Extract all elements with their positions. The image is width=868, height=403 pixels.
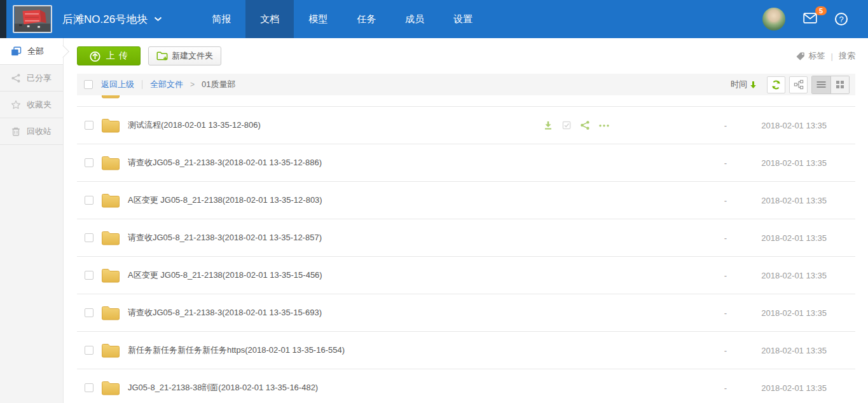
nav-tab-tasks[interactable]: 任务 — [342, 0, 390, 38]
nav-tab-models[interactable]: 模型 — [294, 0, 342, 38]
upload-button[interactable]: 上 传 — [77, 46, 141, 65]
header-right: 5 ? — [762, 8, 848, 31]
breadcrumb-root-link[interactable]: 全部文件 — [150, 79, 183, 90]
row-checkbox[interactable] — [85, 121, 93, 130]
tag-icon — [796, 51, 806, 61]
file-row[interactable]: JG05-8_21-2138-38剖面(2018-02-01 13-35-16-… — [77, 369, 855, 403]
file-date: 2018-02-01 13:35 — [761, 158, 827, 168]
nav-tab-settings[interactable]: 设置 — [439, 0, 487, 38]
file-name[interactable]: 请查收JG05-8_21-2138-3(2018-02-01 13-35-12-… — [128, 232, 322, 243]
file-row[interactable]: 请查收JG05-8_21-2138-3(2018-02-01 13-35-15-… — [77, 294, 855, 332]
sidebar-item-all-files[interactable]: 全部 — [0, 38, 63, 65]
folder-icon — [101, 155, 120, 170]
refresh-button[interactable] — [767, 76, 785, 93]
row-checkbox[interactable] — [85, 308, 93, 317]
file-size: - — [713, 196, 738, 205]
sidebar: 全部 已分享 收藏夹 回收站 — [0, 38, 64, 403]
file-row[interactable]: 新任务新任务新任务新任务https(2018-02-01 13-35-16-55… — [77, 332, 855, 369]
list-view-button[interactable] — [812, 76, 830, 93]
row-checkbox[interactable] — [85, 158, 93, 167]
select-all-checkbox[interactable] — [84, 80, 93, 89]
user-avatar[interactable] — [762, 8, 785, 31]
row-checkbox[interactable] — [85, 271, 93, 280]
sidebar-item-favorites[interactable]: 收藏夹 — [0, 92, 63, 118]
nav-tab-documents[interactable]: 文档 — [245, 0, 294, 38]
breadcrumb-separator: > — [190, 80, 195, 89]
sidebar-item-shared[interactable]: 已分享 — [0, 65, 63, 92]
file-size: - — [713, 158, 738, 168]
approval-icon[interactable] — [561, 120, 572, 130]
header-dark-strip — [0, 0, 6, 38]
upload-icon — [89, 50, 101, 62]
file-name[interactable]: JG05-8_21-2138-38剖面(2018-02-01 13-35-16-… — [128, 382, 318, 393]
file-row[interactable]: 测试流程(2018-02-01 13-35-12-806) — [77, 107, 855, 144]
toolbar-divider: | — [831, 51, 833, 61]
trash-icon — [11, 126, 21, 137]
nav-tab-members[interactable]: 成员 — [390, 0, 439, 38]
sidebar-item-label: 已分享 — [27, 72, 52, 84]
file-name[interactable]: 请查收JG05-8_21-2138-3(2018-02-01 13-35-15-… — [128, 307, 322, 318]
project-logo[interactable] — [13, 5, 52, 33]
folder-icon — [101, 380, 120, 395]
file-name[interactable]: 新任务新任务新任务新任务https(2018-02-01 13-35-16-55… — [128, 345, 345, 356]
sidebar-item-recycle-bin[interactable]: 回收站 — [0, 118, 63, 145]
sort-by-time-button[interactable]: 时间 — [731, 79, 757, 90]
search-button[interactable]: 搜索 — [839, 50, 855, 62]
file-size: - — [713, 121, 738, 130]
folder-icon — [101, 305, 120, 320]
file-row-partial[interactable] — [77, 95, 855, 107]
view-mode-toggle — [811, 76, 850, 94]
file-row[interactable]: A区变更 JG05-8_21-2138(2018-02-01 13-35-15-… — [77, 257, 855, 294]
back-to-parent-link[interactable]: 返回上级 — [101, 79, 134, 90]
sidebar-item-label: 全部 — [27, 46, 44, 57]
sort-label: 时间 — [731, 79, 747, 90]
search-label: 搜索 — [839, 50, 855, 62]
row-checkbox[interactable] — [85, 233, 93, 242]
breadcrumb-bar: 返回上级 全部文件 > 01质量部 时间 — [77, 74, 855, 95]
project-title-dropdown[interactable]: 后滩NO.26号地块 — [62, 12, 162, 27]
toolbar-right: 标签 | 搜索 — [796, 50, 855, 62]
file-row[interactable]: A区变更 JG05-8_21-2138(2018-02-01 13-35-12-… — [77, 182, 855, 219]
sidebar-item-label: 回收站 — [27, 126, 52, 137]
more-actions-icon[interactable] — [598, 120, 610, 130]
row-checkbox[interactable] — [85, 196, 93, 205]
nav-tab-briefing[interactable]: 简报 — [197, 0, 245, 38]
messages-button[interactable]: 5 — [803, 13, 817, 26]
folder-icon — [101, 193, 120, 208]
file-date: 2018-02-01 13:35 — [761, 346, 827, 355]
row-hover-actions — [543, 107, 610, 144]
main-content: 上 传 新建文件夹 标签 | 搜索 返回上级 — [64, 38, 868, 403]
file-date: 2018-02-01 13:35 — [761, 308, 827, 318]
help-button[interactable]: ? — [835, 13, 848, 25]
share-icon[interactable] — [580, 120, 590, 130]
tags-button[interactable]: 标签 — [796, 50, 825, 62]
new-folder-icon — [156, 51, 168, 61]
file-name[interactable]: 测试流程(2018-02-01 13-35-12-806) — [128, 120, 261, 131]
file-row[interactable]: 请查收JG05-8_21-2138-3(2018-02-01 13-35-12-… — [77, 219, 855, 257]
share-icon — [11, 73, 21, 83]
main-nav: 简报 文档 模型 任务 成员 设置 — [197, 0, 487, 38]
star-icon — [11, 100, 21, 110]
file-date: 2018-02-01 13:35 — [761, 121, 827, 130]
file-row[interactable]: 请查收JG05-8_21-2138-3(2018-02-01 13-35-12-… — [77, 144, 855, 182]
new-folder-button[interactable]: 新建文件夹 — [148, 46, 221, 65]
tree-view-button[interactable] — [789, 76, 808, 93]
list-view-icon — [816, 80, 826, 89]
file-size: - — [713, 233, 738, 243]
folder-icon — [101, 118, 120, 133]
upload-button-label: 上 传 — [106, 50, 128, 62]
file-list: 测试流程(2018-02-01 13-35-12-806) — [77, 95, 855, 403]
file-name[interactable]: 请查收JG05-8_21-2138-3(2018-02-01 13-35-12-… — [128, 157, 322, 168]
row-checkbox[interactable] — [85, 383, 93, 392]
download-icon[interactable] — [543, 120, 553, 130]
file-size: - — [713, 308, 738, 318]
sidebar-item-label: 收藏夹 — [27, 99, 52, 111]
file-name[interactable]: A区变更 JG05-8_21-2138(2018-02-01 13-35-12-… — [128, 195, 322, 206]
file-name[interactable]: A区变更 JG05-8_21-2138(2018-02-01 13-35-15-… — [128, 270, 322, 281]
grid-view-icon — [836, 80, 844, 89]
grid-view-button[interactable] — [830, 76, 849, 93]
mail-icon — [803, 13, 817, 24]
action-toolbar: 上 传 新建文件夹 标签 | 搜索 — [64, 38, 868, 74]
row-checkbox[interactable] — [85, 346, 93, 355]
file-date: 2018-02-01 13:35 — [761, 196, 827, 205]
